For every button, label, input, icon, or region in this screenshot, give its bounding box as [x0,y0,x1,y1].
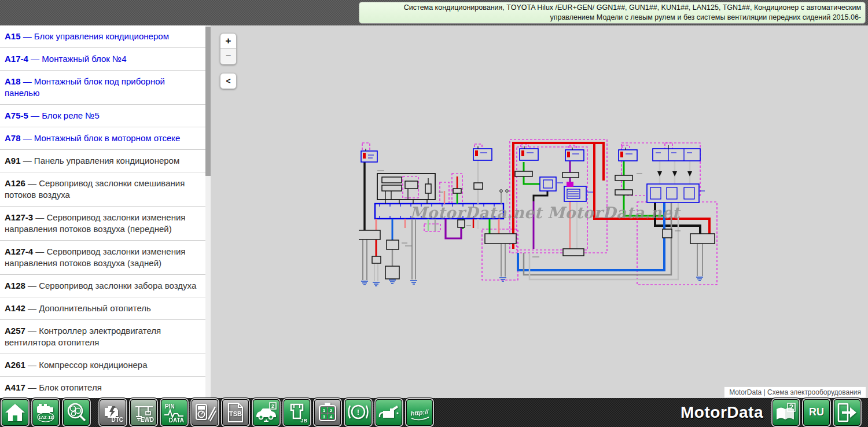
tsb-document-icon: TSB [223,400,248,425]
component-location-button[interactable]: 2 [253,399,279,426]
help-book-icon: ? [773,400,799,425]
svg-text:EWD: EWD [141,417,154,423]
list-item[interactable]: A257 — Контроллер электродвигателя венти… [0,320,205,354]
svg-text:2: 2 [271,403,274,409]
motordata-logo: MotorData [681,403,763,422]
home-button[interactable] [2,399,28,426]
tsb-button[interactable]: TSB [222,399,249,426]
multimeter-button[interactable] [192,399,218,426]
list-item[interactable]: A15 — Блок управления кондиционером [0,25,205,48]
home-icon [2,400,28,425]
app-window: Система кондиционирования, TOYOTA Hilux … [0,0,868,427]
engine-icon: 1AZ-13 [33,400,58,425]
list-item[interactable]: A128 — Сервопривод заслонки забора возду… [0,275,205,297]
web-link-button[interactable]: http:// [406,399,433,426]
multimeter-icon [192,400,218,425]
svg-text:TSB: TSB [229,410,242,417]
scrollbar-thumb[interactable] [205,27,211,176]
engine-model-button[interactable]: 1AZ-13 [32,399,59,426]
zoom-in-button[interactable]: + [220,34,236,49]
svg-text:http://: http:// [410,408,430,417]
page-title: Система кондиционирования, TOYOTA Hilux … [359,2,866,24]
svg-text:4: 4 [330,414,333,419]
sidebar: A15 — Блок управления кондиционеромA17-4… [0,25,211,398]
list-item[interactable]: A142 — Дополнительный отопитель [0,297,205,320]
dtc-button[interactable]: DTC [100,399,126,426]
language-label: RU [804,406,829,418]
toolbar: 1AZ-13 DTC EWD [0,398,868,427]
svg-text:PIN: PIN [165,403,175,410]
oil-can-icon [376,400,402,425]
svg-text:DATA: DATA [169,417,184,424]
component-list: A15 — Блок управления кондиционеромA17-4… [0,25,205,398]
list-item[interactable]: A127-3 — Сервопривод заслонки изменения … [0,207,205,241]
connector-pins-icon: 1 2 3 4 [315,400,340,425]
dtc-engine-icon: DTC [100,400,126,425]
ewd-button[interactable]: EWD [130,399,157,426]
list-item[interactable]: A75-5 — Блок реле №5 [0,105,205,127]
svg-text:1: 1 [323,408,326,413]
language-button[interactable]: RU [803,399,830,426]
list-item[interactable]: A127-4 — Сервопривод заслонки изменения … [0,241,205,275]
svg-text:!: ! [357,408,359,417]
diagram-watermark: MotorData.net [410,204,543,222]
back-button[interactable]: < [220,73,237,89]
exit-button[interactable] [834,399,860,426]
list-item[interactable]: A78 — Монтажный блок в моторном отсеке [0,127,205,150]
help-button[interactable]: ? [773,399,799,426]
list-item[interactable]: A261 — Компрессор кондиционера [0,354,205,377]
exit-icon [834,400,860,425]
svg-text:JB: JB [300,418,307,424]
pin-data-icon: PIN DATA [161,400,187,425]
wiring-diagram-icon: EWD [131,400,156,425]
brake-warning-icon: ! [345,400,371,425]
list-item[interactable]: A17-4 — Монтажный блок №4 [0,48,205,71]
zoom-controls: + − [220,33,237,65]
search-systems-button[interactable] [63,399,90,426]
wiring-diagram[interactable]: MotorData.net MotorData.net [359,138,719,290]
zoom-out-button[interactable]: − [220,49,236,64]
svg-text:?: ? [789,403,793,411]
list-item[interactable]: A126 — Сервопривод заслонки смешивания п… [0,172,205,207]
fuse-box-button[interactable]: JB [284,399,310,426]
sidebar-scrollbar[interactable] [205,25,211,398]
http-icon: http:// [407,400,432,425]
diagram-canvas[interactable]: MotorData.net MotorData.net + − < MotorD… [211,25,868,398]
fuse-icon: JB [284,400,310,425]
status-bar: MotorData | Схема электрооборудования [724,386,866,398]
svg-text:3: 3 [323,414,326,419]
list-item[interactable]: A18 — Монтажный блок под приборной панел… [0,71,205,105]
header-bar: Система кондиционирования, TOYOTA Hilux … [0,0,868,25]
car-location-icon: 2 [253,400,279,425]
svg-text:2: 2 [330,408,333,413]
oil-service-button[interactable] [376,399,402,426]
diagram-watermark: MotorData.net [547,204,681,222]
svg-text:1AZ-13: 1AZ-13 [38,415,53,420]
svg-text:DTC: DTC [111,417,123,423]
gears-magnifier-icon [64,400,89,425]
connector-pinout-button[interactable]: 1 2 3 4 [314,399,341,426]
pin-data-button[interactable]: PIN DATA [161,399,187,426]
list-item[interactable]: A91 — Панель управления кондиционером [0,150,205,172]
list-item[interactable]: A417 — Блок отопителя [0,377,205,398]
brake-warning-button[interactable]: ! [345,399,372,426]
